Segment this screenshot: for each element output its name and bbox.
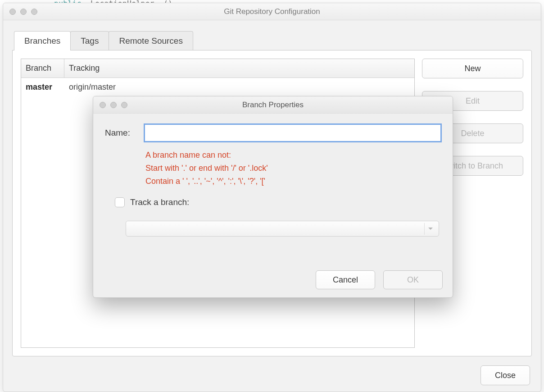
track-branch-dropdown[interactable] [126, 221, 439, 237]
name-label: Name: [105, 128, 140, 138]
chevron-down-icon [424, 223, 436, 235]
col-header-tracking: Tracking [64, 59, 414, 77]
new-button[interactable]: New [422, 59, 523, 78]
parent-titlebar: Git Repository Configuration [3, 3, 541, 20]
track-branch-row: Track a branch: [115, 197, 441, 207]
cell-branch: master [21, 78, 64, 96]
tabstrip: Branches Tags Remote Sources [14, 30, 532, 50]
tab-tags[interactable]: Tags [70, 31, 109, 50]
parent-title: Git Repository Configuration [3, 7, 541, 16]
modal-titlebar: Branch Properties [93, 96, 453, 114]
validation-line: A branch name can not: [145, 149, 441, 162]
col-header-branch: Branch [21, 59, 64, 77]
table-row[interactable]: master origin/master [21, 78, 414, 96]
modal-title: Branch Properties [93, 100, 453, 109]
tab-branches[interactable]: Branches [14, 31, 71, 50]
table-header-row: Branch Tracking [21, 59, 414, 78]
track-branch-checkbox[interactable] [115, 197, 125, 207]
validation-line: Contain a ' ', '..', '~', '^', ':', '\',… [145, 175, 441, 188]
cancel-button[interactable]: Cancel [316, 270, 375, 289]
close-button[interactable]: Close [481, 365, 530, 385]
parent-footer: Close [481, 365, 530, 385]
modal-body: Name: A branch name can not: Start with … [93, 114, 453, 297]
validation-message: A branch name can not: Start with '.' or… [145, 149, 441, 187]
validation-line: Start with '.' or end with '/' or '.lock… [145, 162, 441, 175]
name-row: Name: [105, 124, 441, 141]
cell-tracking: origin/master [64, 78, 414, 96]
ok-button[interactable]: OK [383, 270, 443, 289]
branch-name-input[interactable] [145, 124, 441, 141]
track-branch-label: Track a branch: [130, 197, 189, 207]
branch-properties-dialog: Branch Properties Name: A branch name ca… [93, 96, 453, 298]
tab-remote-sources[interactable]: Remote Sources [109, 31, 193, 50]
modal-footer: Cancel OK [316, 270, 443, 289]
